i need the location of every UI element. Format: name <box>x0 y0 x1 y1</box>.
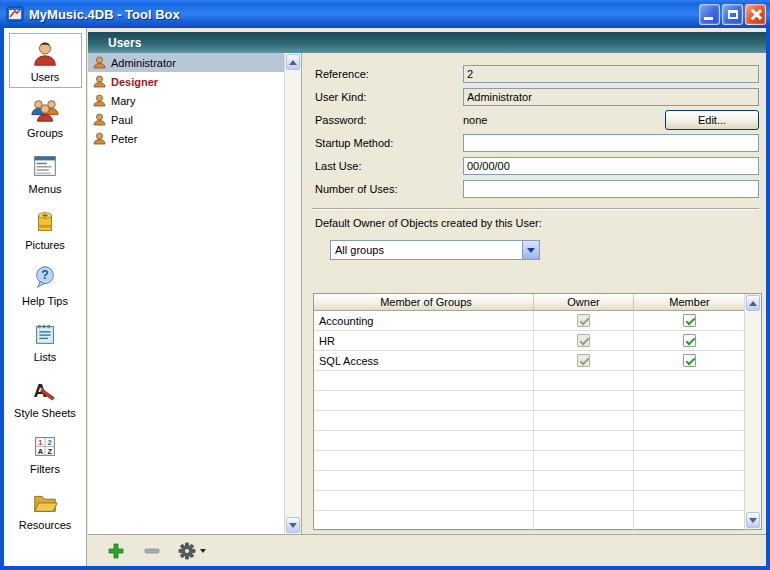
user-kind-input[interactable] <box>463 88 759 106</box>
menus-icon <box>30 151 60 181</box>
help-tips-icon: ? <box>30 263 60 293</box>
last-use-input[interactable] <box>463 157 759 175</box>
user-list-item-designer[interactable]: Designer <box>88 72 301 91</box>
sidebar-item-label: Help Tips <box>22 295 68 307</box>
owner-checkbox[interactable] <box>577 314 590 327</box>
actions-menu-button[interactable] <box>178 542 206 560</box>
chevron-down-icon <box>200 549 206 553</box>
user-icon <box>93 113 106 126</box>
add-user-button[interactable] <box>106 541 126 561</box>
sidebar-item-lists[interactable]: Lists <box>9 313 82 368</box>
svg-text:A: A <box>38 446 44 455</box>
arrow-down-icon <box>749 518 757 523</box>
sidebar-item-label: Resources <box>19 519 72 531</box>
empty-row <box>314 371 761 391</box>
gear-icon <box>178 542 196 560</box>
default-owner-select[interactable]: All groups <box>330 240 540 260</box>
sidebar-item-menus[interactable]: Menus <box>9 145 82 200</box>
number-of-uses-row: Number of Uses: <box>302 177 766 200</box>
sidebar-item-users[interactable]: Users <box>9 33 82 88</box>
default-owner-value: All groups <box>331 244 522 256</box>
password-value: none <box>463 114 487 126</box>
reference-label: Reference: <box>315 68 463 80</box>
group-name: HR <box>314 331 534 351</box>
svg-text:1: 1 <box>38 437 42 446</box>
sidebar-item-filters[interactable]: 1 2 A Z Filters <box>9 425 82 480</box>
sidebar: Users Groups <box>4 28 87 566</box>
group-row-sql-access[interactable]: SQL Access <box>314 351 761 371</box>
owner-checkbox[interactable] <box>577 334 590 347</box>
sidebar-item-label: Groups <box>27 127 63 139</box>
group-name: SQL Access <box>314 351 534 371</box>
groups-table-scrollbar[interactable] <box>744 294 761 529</box>
user-name: Mary <box>111 95 135 107</box>
empty-row <box>314 451 761 471</box>
user-icon <box>93 75 106 88</box>
groups-table-header: Member of Groups Owner Member <box>314 294 761 311</box>
sidebar-item-label: Users <box>31 71 60 83</box>
window-title: MyMusic.4DB - Tool Box <box>29 7 699 22</box>
combo-dropdown-button[interactable] <box>522 241 539 259</box>
groups-icon <box>30 95 60 125</box>
arrow-up-icon <box>289 60 297 65</box>
minimize-button[interactable] <box>699 4 720 25</box>
form-separator <box>312 208 759 210</box>
users-icon <box>30 39 60 69</box>
number-of-uses-input[interactable] <box>463 180 759 198</box>
empty-row <box>314 471 761 491</box>
empty-row <box>314 511 761 531</box>
sidebar-item-resources[interactable]: Resources <box>9 481 82 536</box>
member-checkbox[interactable] <box>683 354 696 367</box>
maximize-button[interactable] <box>722 4 743 25</box>
minimize-icon <box>704 17 713 20</box>
scroll-up-button[interactable] <box>746 295 760 311</box>
last-use-label: Last Use: <box>315 160 463 172</box>
user-icon <box>93 132 106 145</box>
bottom-toolbar <box>88 534 766 566</box>
empty-row <box>314 491 761 511</box>
group-row-hr[interactable]: HR <box>314 331 761 351</box>
user-icon <box>93 94 106 107</box>
sidebar-item-pictures[interactable]: Pictures <box>9 201 82 256</box>
sidebar-item-label: Style Sheets <box>14 407 76 419</box>
sidebar-item-style-sheets[interactable]: A Style Sheets <box>9 369 82 424</box>
sidebar-item-help-tips[interactable]: ? Help Tips <box>9 257 82 312</box>
reference-row: Reference: <box>302 62 766 85</box>
user-list-item-peter[interactable]: Peter <box>88 129 301 148</box>
member-checkbox[interactable] <box>683 314 696 327</box>
default-owner-label: Default Owner of Objects created by this… <box>302 217 766 229</box>
owner-checkbox[interactable] <box>577 354 590 367</box>
user-name: Paul <box>111 114 133 126</box>
member-checkbox[interactable] <box>683 334 696 347</box>
section-header: Users <box>88 32 766 53</box>
last-use-row: Last Use: <box>302 154 766 177</box>
sidebar-item-label: Menus <box>28 183 61 195</box>
scroll-down-button[interactable] <box>746 512 760 528</box>
chevron-down-icon <box>527 248 535 253</box>
group-name: Accounting <box>314 311 534 331</box>
window-content: Users Groups <box>4 28 766 566</box>
close-button[interactable] <box>745 4 766 25</box>
reference-input[interactable] <box>463 65 759 83</box>
close-icon <box>750 8 762 20</box>
scroll-down-button[interactable] <box>286 517 300 533</box>
user-list-item-administrator[interactable]: Administrator <box>88 53 301 72</box>
group-row-accounting[interactable]: Accounting <box>314 311 761 331</box>
edit-password-button[interactable]: Edit... <box>665 110 759 130</box>
delete-user-button[interactable] <box>142 541 162 561</box>
maximize-icon <box>728 10 738 19</box>
startup-method-input[interactable] <box>463 134 759 152</box>
user-list-item-mary[interactable]: Mary <box>88 91 301 110</box>
app-icon <box>6 5 24 23</box>
scroll-up-button[interactable] <box>286 54 300 70</box>
titlebar[interactable]: MyMusic.4DB - Tool Box <box>0 0 770 28</box>
resources-icon <box>30 487 60 517</box>
empty-row <box>314 431 761 451</box>
user-list-item-paul[interactable]: Paul <box>88 110 301 129</box>
sidebar-item-groups[interactable]: Groups <box>9 89 82 144</box>
user-kind-label: User Kind: <box>315 91 463 103</box>
user-list-scrollbar[interactable] <box>284 53 301 534</box>
user-detail-panel: Reference: User Kind: Password: none Edi… <box>302 53 766 566</box>
empty-row <box>314 391 761 411</box>
section-title: Users <box>108 36 141 50</box>
